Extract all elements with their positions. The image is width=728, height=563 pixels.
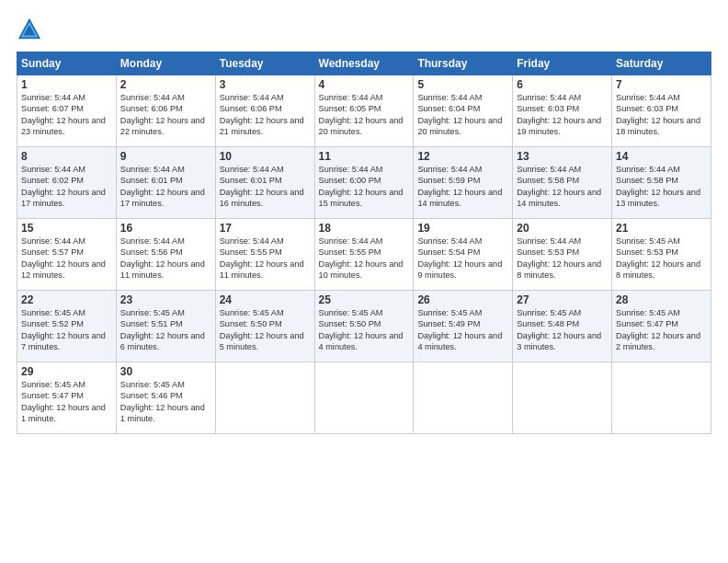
cell-content: Sunrise: 5:44 AMSunset: 5:55 PMDaylight:… [319,236,410,282]
header-cell-thursday: Thursday [414,52,513,75]
cell-content: Sunrise: 5:44 AMSunset: 6:05 PMDaylight:… [319,92,410,138]
cell-content: Sunrise: 5:44 AMSunset: 6:04 PMDaylight:… [417,92,508,138]
cell-content: Sunrise: 5:44 AMSunset: 6:00 PMDaylight:… [319,164,410,210]
day-number: 21 [616,222,707,235]
cell-content: Sunrise: 5:45 AMSunset: 5:52 PMDaylight:… [21,307,112,353]
calendar-cell: 26Sunrise: 5:45 AMSunset: 5:49 PMDayligh… [414,291,513,362]
day-number: 29 [21,365,112,378]
calendar-cell: 13Sunrise: 5:44 AMSunset: 5:58 PMDayligh… [513,147,612,219]
calendar: SundayMondayTuesdayWednesdayThursdayFrid… [17,52,711,434]
day-number: 10 [220,150,311,163]
day-number: 1 [21,78,112,91]
week-row-1: 1Sunrise: 5:44 AMSunset: 6:07 PMDaylight… [17,75,711,147]
calendar-header: SundayMondayTuesdayWednesdayThursdayFrid… [17,52,711,75]
day-number: 3 [220,78,311,91]
calendar-cell: 5Sunrise: 5:44 AMSunset: 6:04 PMDaylight… [414,75,513,147]
calendar-cell: 9Sunrise: 5:44 AMSunset: 6:01 PMDaylight… [116,147,215,219]
calendar-cell: 11Sunrise: 5:44 AMSunset: 6:00 PMDayligh… [314,147,414,219]
day-number: 22 [21,293,112,306]
day-number: 26 [417,293,508,306]
calendar-cell: 14Sunrise: 5:44 AMSunset: 5:58 PMDayligh… [612,147,711,219]
day-number: 15 [21,222,112,235]
calendar-cell: 10Sunrise: 5:44 AMSunset: 6:01 PMDayligh… [215,147,314,219]
calendar-cell: 8Sunrise: 5:44 AMSunset: 6:02 PMDaylight… [17,147,117,219]
day-number: 11 [319,150,410,163]
week-row-4: 22Sunrise: 5:45 AMSunset: 5:52 PMDayligh… [17,291,711,362]
cell-content: Sunrise: 5:45 AMSunset: 5:48 PMDaylight:… [517,307,608,353]
day-number: 27 [517,293,608,306]
calendar-cell: 24Sunrise: 5:45 AMSunset: 5:50 PMDayligh… [215,291,314,362]
header-cell-wednesday: Wednesday [314,52,414,75]
calendar-cell: 28Sunrise: 5:45 AMSunset: 5:47 PMDayligh… [612,291,711,362]
cell-content: Sunrise: 5:44 AMSunset: 6:07 PMDaylight:… [21,92,112,138]
cell-content: Sunrise: 5:44 AMSunset: 5:58 PMDaylight:… [616,164,707,210]
calendar-cell: 1Sunrise: 5:44 AMSunset: 6:07 PMDaylight… [17,75,117,147]
cell-content: Sunrise: 5:44 AMSunset: 5:58 PMDaylight:… [517,164,608,210]
cell-content: Sunrise: 5:44 AMSunset: 5:55 PMDaylight:… [220,236,311,282]
cell-content: Sunrise: 5:45 AMSunset: 5:50 PMDaylight:… [319,307,410,353]
calendar-cell: 3Sunrise: 5:44 AMSunset: 6:06 PMDaylight… [215,75,314,147]
cell-content: Sunrise: 5:44 AMSunset: 5:53 PMDaylight:… [517,236,608,282]
day-number: 13 [517,150,608,163]
calendar-cell [314,362,414,434]
cell-content: Sunrise: 5:45 AMSunset: 5:49 PMDaylight:… [417,307,508,353]
day-number: 16 [120,222,211,235]
cell-content: Sunrise: 5:44 AMSunset: 6:06 PMDaylight:… [120,92,211,138]
calendar-cell [612,362,711,434]
calendar-cell: 21Sunrise: 5:45 AMSunset: 5:53 PMDayligh… [612,219,711,291]
header-row: SundayMondayTuesdayWednesdayThursdayFrid… [17,52,711,75]
day-number: 30 [120,365,211,378]
calendar-cell: 6Sunrise: 5:44 AMSunset: 6:03 PMDaylight… [513,75,612,147]
cell-content: Sunrise: 5:44 AMSunset: 6:02 PMDaylight:… [21,164,112,210]
cell-content: Sunrise: 5:45 AMSunset: 5:51 PMDaylight:… [120,307,211,353]
header-cell-saturday: Saturday [612,52,711,75]
calendar-cell: 27Sunrise: 5:45 AMSunset: 5:48 PMDayligh… [513,291,612,362]
calendar-cell: 19Sunrise: 5:44 AMSunset: 5:54 PMDayligh… [414,219,513,291]
day-number: 4 [319,78,410,91]
day-number: 25 [319,293,410,306]
cell-content: Sunrise: 5:45 AMSunset: 5:47 PMDaylight:… [21,379,112,425]
logo-icon [17,17,42,42]
calendar-cell: 22Sunrise: 5:45 AMSunset: 5:52 PMDayligh… [17,291,117,362]
calendar-cell [215,362,314,434]
day-number: 18 [319,222,410,235]
day-number: 6 [517,78,608,91]
cell-content: Sunrise: 5:45 AMSunset: 5:50 PMDaylight:… [220,307,311,353]
calendar-body: 1Sunrise: 5:44 AMSunset: 6:07 PMDaylight… [17,75,711,434]
day-number: 8 [21,150,112,163]
header-cell-monday: Monday [116,52,215,75]
calendar-cell: 16Sunrise: 5:44 AMSunset: 5:56 PMDayligh… [116,219,215,291]
calendar-cell: 20Sunrise: 5:44 AMSunset: 5:53 PMDayligh… [513,219,612,291]
header-cell-sunday: Sunday [17,52,117,75]
cell-content: Sunrise: 5:45 AMSunset: 5:47 PMDaylight:… [616,307,707,353]
day-number: 24 [220,293,311,306]
calendar-cell: 12Sunrise: 5:44 AMSunset: 5:59 PMDayligh… [414,147,513,219]
calendar-cell: 18Sunrise: 5:44 AMSunset: 5:55 PMDayligh… [314,219,414,291]
calendar-cell: 4Sunrise: 5:44 AMSunset: 6:05 PMDaylight… [314,75,414,147]
header [17,17,711,42]
day-number: 12 [417,150,508,163]
day-number: 20 [517,222,608,235]
cell-content: Sunrise: 5:44 AMSunset: 6:03 PMDaylight:… [517,92,608,138]
day-number: 17 [220,222,311,235]
calendar-cell: 29Sunrise: 5:45 AMSunset: 5:47 PMDayligh… [17,362,117,434]
calendar-cell: 23Sunrise: 5:45 AMSunset: 5:51 PMDayligh… [116,291,215,362]
calendar-cell [414,362,513,434]
cell-content: Sunrise: 5:44 AMSunset: 5:57 PMDaylight:… [21,236,112,282]
day-number: 5 [417,78,508,91]
cell-content: Sunrise: 5:44 AMSunset: 5:59 PMDaylight:… [417,164,508,210]
day-number: 9 [120,150,211,163]
day-number: 23 [120,293,211,306]
cell-content: Sunrise: 5:44 AMSunset: 6:01 PMDaylight:… [120,164,211,210]
cell-content: Sunrise: 5:44 AMSunset: 5:54 PMDaylight:… [417,236,508,282]
cell-content: Sunrise: 5:44 AMSunset: 6:03 PMDaylight:… [616,92,707,138]
header-cell-friday: Friday [513,52,612,75]
cell-content: Sunrise: 5:45 AMSunset: 5:53 PMDaylight:… [616,236,707,282]
calendar-cell: 7Sunrise: 5:44 AMSunset: 6:03 PMDaylight… [612,75,711,147]
calendar-cell [513,362,612,434]
week-row-3: 15Sunrise: 5:44 AMSunset: 5:57 PMDayligh… [17,219,711,291]
calendar-cell: 2Sunrise: 5:44 AMSunset: 6:06 PMDaylight… [116,75,215,147]
header-cell-tuesday: Tuesday [215,52,314,75]
day-number: 2 [120,78,211,91]
cell-content: Sunrise: 5:44 AMSunset: 6:06 PMDaylight:… [220,92,311,138]
